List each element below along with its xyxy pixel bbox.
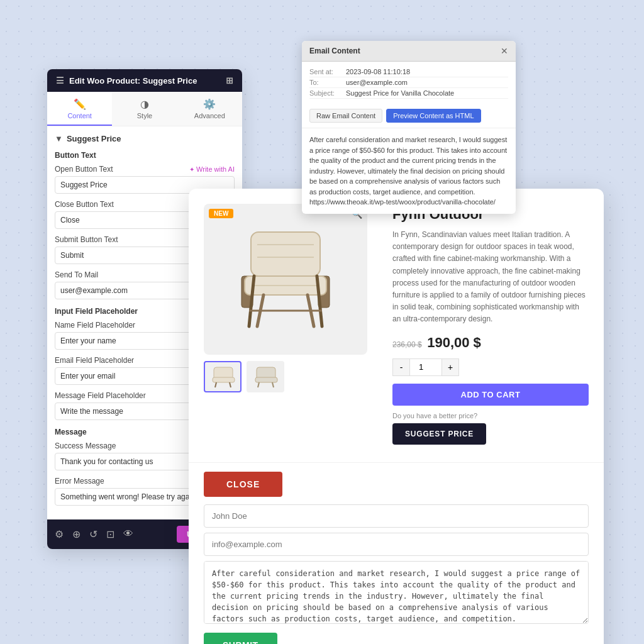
message-field[interactable]: After careful consideration and market r…: [204, 561, 589, 624]
svg-line-14: [215, 382, 216, 387]
subject-label: Subject:: [309, 89, 341, 97]
tab-html-preview[interactable]: Preview Content as HTML: [386, 109, 480, 123]
close-button[interactable]: CLOSE: [204, 472, 282, 497]
svg-line-18: [258, 382, 259, 387]
product-image-section: NEW 🔍: [204, 204, 380, 447]
svg-rect-13: [213, 377, 235, 382]
tab-advanced[interactable]: ⚙️ Advanced: [177, 92, 242, 126]
name-ph-label: Name Field Placeholder: [55, 321, 135, 330]
preview-icon[interactable]: 👁: [123, 528, 133, 540]
sent-at-value: 2023-09-08 11:10:18: [346, 68, 410, 75]
thumbnail-1[interactable]: [204, 361, 242, 392]
email-popup: Email Content ✕ Sent at: 2023-09-08 11:1…: [302, 41, 516, 214]
to-value: user@example.com: [346, 79, 408, 86]
email-meta: Sent at: 2023-09-08 11:10:18 To: user@ex…: [302, 62, 516, 104]
subject-value: Suggest Price for Vanilla Chocolate: [346, 89, 454, 97]
tab-raw-email[interactable]: Raw Email Content: [309, 109, 382, 123]
gear-icon: ⚙️: [203, 98, 216, 110]
email-tabs: Raw Email Content Preview Content as HTM…: [302, 104, 516, 128]
name-field[interactable]: [204, 504, 589, 528]
suggest-price-button[interactable]: SUGGEST PRICE: [392, 423, 486, 445]
tab-content[interactable]: ✏️ Content: [47, 92, 112, 126]
style-icon: ◑: [140, 98, 149, 110]
open-btn-ai[interactable]: Write with AI: [189, 165, 235, 173]
editor-tabs: ✏️ Content ◑ Style ⚙️ Advanced: [47, 92, 242, 126]
close-btn-label: Close Button Text: [55, 200, 114, 209]
tab-style[interactable]: ◑ Style: [112, 92, 177, 126]
svg-line-15: [230, 382, 231, 387]
new-badge: NEW: [209, 209, 233, 218]
product-top-section: NEW 🔍: [189, 189, 604, 462]
collapse-arrow[interactable]: ▼: [55, 134, 63, 143]
to-label: To:: [309, 79, 341, 86]
product-info: Fynn Outdoor In Fynn, Scandinavian value…: [392, 204, 589, 447]
product-price: 236,00 $ 190,00 $: [392, 335, 589, 351]
error-msg-label: Error Message: [55, 477, 104, 486]
send-mail-label: Send To Mail: [55, 270, 98, 279]
message-ph-label: Message Field Placeholder: [55, 391, 146, 400]
email-popup-title: Email Content: [309, 47, 360, 55]
thumbnail-2[interactable]: [247, 361, 284, 392]
chair-illustration: [223, 216, 348, 342]
layers-icon[interactable]: ⊕: [72, 528, 80, 540]
svg-line-19: [272, 382, 274, 387]
product-main-image[interactable]: NEW 🔍: [204, 204, 367, 355]
qty-increase-button[interactable]: +: [441, 358, 459, 376]
submit-button[interactable]: SUBMIT: [204, 633, 277, 645]
grid-icon[interactable]: ⊞: [226, 75, 233, 86]
suggest-price-label: Do you have a better price?: [392, 412, 589, 419]
editor-title: Edit Woo Product: Suggest Price: [69, 76, 197, 86]
old-price: 236,00 $: [392, 340, 422, 349]
email-subject-row: Subject: Suggest Price for Vanilla Choco…: [309, 88, 508, 99]
email-sent-at-row: Sent at: 2023-09-08 11:10:18: [309, 67, 508, 77]
submit-btn-label: Submit Button Text: [55, 235, 118, 244]
product-description: In Fynn, Scandinavian values meet Italia…: [392, 229, 589, 326]
qty-input[interactable]: [410, 358, 441, 376]
section-header: ▼ Suggest Price: [55, 134, 235, 143]
button-text-label: Button Text: [55, 151, 235, 160]
success-msg-label: Success Message: [55, 441, 116, 450]
email-close-button[interactable]: ✕: [501, 46, 508, 56]
open-btn-label: Open Button Text: [55, 165, 113, 174]
quantity-row: - +: [392, 358, 589, 376]
email-to-row: To: user@example.com: [309, 77, 508, 88]
hamburger-icon[interactable]: ☰: [56, 75, 64, 86]
suggest-form: CLOSE After careful consideration and ma…: [189, 462, 604, 645]
new-price: 190,00 $: [427, 335, 481, 350]
svg-rect-17: [255, 377, 277, 382]
email-field[interactable]: [204, 533, 589, 556]
sent-at-label: Sent at:: [309, 68, 341, 75]
history-icon[interactable]: ↺: [89, 528, 97, 540]
product-card: NEW 🔍: [189, 189, 604, 644]
footer-icons: ⚙ ⊕ ↺ ⊡ 👁: [55, 528, 133, 540]
svg-rect-0: [251, 232, 320, 276]
add-to-cart-button[interactable]: ADD TO CART: [392, 384, 589, 406]
email-body-text: After careful consideration and market r…: [302, 128, 516, 214]
responsive-icon[interactable]: ⊡: [106, 528, 114, 540]
settings-icon[interactable]: ⚙: [55, 528, 64, 540]
product-thumbnails: [204, 361, 380, 392]
qty-decrease-button[interactable]: -: [392, 358, 410, 376]
email-popup-header: Email Content ✕: [302, 41, 516, 62]
editor-header: ☰ Edit Woo Product: Suggest Price ⊞: [47, 69, 242, 92]
pencil-icon: ✏️: [74, 98, 86, 110]
email-ph-label: Email Field Placeholder: [55, 356, 134, 365]
